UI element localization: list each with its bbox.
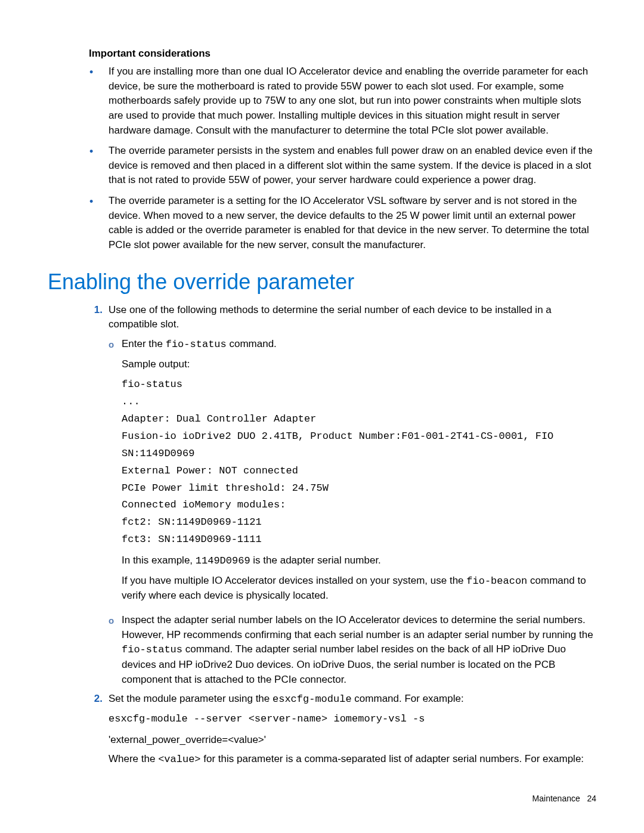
bullet-icon: • [48, 64, 109, 138]
inline-code: 1149D0969 [196, 555, 250, 566]
paragraph: If you have multiple IO Accelerator devi… [122, 574, 596, 603]
text: Where the [109, 753, 158, 764]
list-item-text: If you are installing more than one dual… [109, 64, 596, 138]
page-title: Enabling the override parameter [48, 270, 596, 295]
paragraph: 'external_power_override=<value>' [109, 733, 596, 748]
text: command. [227, 338, 277, 349]
code-block: esxcfg-module --server <server-name> iom… [109, 711, 596, 728]
code-block: fio-status ... Adapter: Dual Controller … [122, 376, 596, 549]
inline-code: fio-status [122, 644, 182, 655]
paragraph: Where the <value> for this parameter is … [109, 752, 596, 767]
section-heading: Important considerations [89, 48, 596, 60]
sub-step-a: o Enter the fio-status command. Sample o… [109, 337, 596, 608]
list-item: • The override parameter is a setting fo… [48, 194, 596, 253]
inline-code: esxcfg-module [273, 693, 352, 705]
footer-page-number: 24 [587, 794, 596, 803]
footer-section: Maintenance [532, 794, 580, 803]
list-item-text: The override parameter persists in the s… [109, 144, 596, 188]
list-item: • If you are installing more than one du… [48, 64, 596, 138]
step-1: 1. Use one of the following methods to d… [48, 303, 596, 688]
sub-step-b: o Inspect the adapter serial number labe… [109, 613, 596, 687]
step-body: Set the module parameter using the esxcf… [109, 692, 596, 772]
bullet-icon: • [48, 144, 109, 188]
step-2: 2. Set the module parameter using the es… [48, 692, 596, 772]
document-page: Important considerations • If you are in… [0, 0, 644, 833]
bullet-icon: • [48, 194, 109, 253]
text: for this parameter is a comma-separated … [201, 753, 584, 764]
list-item-text: The override parameter is a setting for … [109, 194, 596, 253]
step-number: 1. [48, 303, 109, 688]
step-text: Use one of the following methods to dete… [109, 304, 552, 330]
text: Set the module parameter using the [109, 693, 273, 704]
text: In this example, [122, 555, 196, 566]
sub-steps: o Enter the fio-status command. Sample o… [109, 337, 596, 687]
text: command. For example: [352, 693, 464, 704]
inline-code: <value> [158, 754, 200, 765]
considerations-list: • If you are installing more than one du… [48, 64, 596, 253]
text: is the adapter serial number. [250, 555, 381, 566]
sample-output-label: Sample output: [122, 357, 596, 372]
paragraph: In this example, 1149D0969 is the adapte… [122, 553, 596, 569]
text: Enter the [122, 338, 166, 349]
step-body: Use one of the following methods to dete… [109, 303, 596, 688]
sub-step-body: Inspect the adapter serial number labels… [122, 613, 596, 687]
page-footer: Maintenance 24 [532, 794, 596, 803]
inline-code: fio-beacon [466, 575, 527, 587]
text: If you have multiple IO Accelerator devi… [122, 575, 466, 586]
steps-list: 1. Use one of the following methods to d… [48, 303, 596, 772]
step-number: 2. [48, 692, 109, 772]
text: command. The adapter serial number label… [122, 643, 566, 685]
sub-step-body: Enter the fio-status command. Sample out… [122, 337, 596, 608]
sub-marker-icon: o [109, 613, 122, 687]
inline-code: fio-status [166, 339, 227, 350]
sub-marker-icon: o [109, 337, 122, 608]
list-item: • The override parameter persists in the… [48, 144, 596, 188]
text: Inspect the adapter serial number labels… [122, 614, 593, 640]
